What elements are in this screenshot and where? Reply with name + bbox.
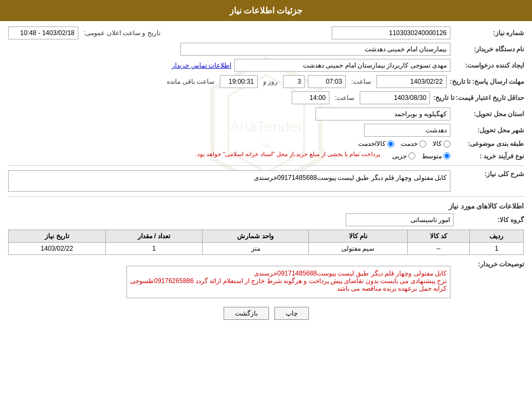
divider-1 [8, 165, 524, 166]
group-row: گروه کالا: امور تاسیساتی [8, 213, 524, 226]
radio-kala-khadamat[interactable] [387, 140, 394, 147]
products-section: اطلاعات کالاهای مورد نیاز گروه کالا: امو… [8, 202, 524, 255]
shomare-value: 1103030240000126 [332, 26, 450, 39]
row-sharh: شرح کلی نیاز: کابل مفتولی وچهار قلم دیگر… [8, 170, 524, 192]
row-mohlat: مهلت ارسال پاسخ: تا تاریخ: 1403/02/22 سا… [8, 75, 524, 88]
radio-khadamat[interactable] [419, 140, 426, 147]
products-title: اطلاعات کالاهای مورد نیاز [8, 202, 524, 210]
cell-kod: -- [407, 243, 469, 255]
cell-tarikh: 1403/02/22 [9, 243, 106, 255]
mohlat-label: مهلت ارسال پاسخ: تا تاریخ: [450, 78, 524, 85]
radio-kala-item[interactable]: کالا [433, 140, 450, 147]
mohlat-mande: 19:00:31 [220, 75, 258, 88]
mohlat-roz: 3 [283, 75, 305, 88]
radio-jozyi[interactable] [408, 152, 415, 159]
row-ijad: ایجاد کننده درخواست: مهدی تسوجی کاربرداز… [8, 59, 524, 72]
mohlat-saat-label: ساعت: [351, 78, 371, 85]
radio-kala-khadamat-label: کالا/خدمت [358, 140, 386, 147]
hedaqal-date: 1403/08/30 [360, 91, 430, 104]
radio-kala[interactable] [443, 140, 450, 147]
hedaqal-saat: 14:00 [292, 91, 329, 104]
th-naam: نام کالا [308, 230, 407, 243]
print-button[interactable]: چاپ [274, 307, 309, 320]
namdastgah-label: نام دستگاه خریدار: [454, 45, 524, 53]
buttons-row: چاپ بازگشت [8, 307, 524, 320]
th-tarikh: تاریخ نیاز [9, 230, 106, 243]
cell-tedad: 1 [105, 243, 203, 255]
radio-motavasat-item[interactable]: متوسط [422, 152, 450, 160]
th-vahed: واحد شمارش [203, 230, 309, 243]
namdastgah-value: بیمارستان امام خمینی دهدشت [180, 43, 450, 56]
radio-kalakhadamat-item[interactable]: کالا/خدمت [358, 140, 394, 147]
table-row: 1--سیم مفتولیمتر11403/02/22 [9, 243, 524, 255]
divider-2 [8, 196, 524, 197]
page-header: جزئیات اطلاعات نیاز [0, 0, 532, 21]
mohlat-roz-label: روز و [263, 78, 278, 85]
row-buyer-notes: توصیحات خریدار: کابل مفتولی وچهار قلم دی… [8, 260, 524, 298]
ostan-label: استان محل تحویل: [454, 110, 524, 118]
row-novfarayand: نوع فرآیند خرید : متوسط جزیی پرداخت تمام… [8, 151, 524, 161]
ijad-label: ایجاد کننده درخواست: [454, 62, 524, 69]
row-hedaqal: حداقل تاریخ اعتبار قیمت: تا تاریخ: 1403/… [8, 91, 524, 104]
row-shahr: شهر محل تحویل: دهدشت [8, 124, 524, 137]
sharh-value: کابل مفتولی وچهار قلم دیگر طبق لیست پیوس… [8, 170, 450, 192]
novfarayand-note: پرداخت تمام یا بخشی از مبلغ خرید،از محل … [195, 151, 380, 158]
ostan-value: کهگیلویه و بویراحمد [315, 108, 450, 120]
ijad-value: مهدی تسوجی کاربرداز بیمارستان امام خمینی… [234, 59, 450, 72]
buyer-notes-value: کابل مفتولی وچهار قلم دیگر طبق لیست پیوس… [126, 266, 450, 298]
radio-khadamat-item[interactable]: خدمت [401, 140, 426, 147]
products-table: ردیف کد کالا نام کالا واحد شمارش تعداد /… [8, 230, 524, 255]
th-radif: ردیف [469, 230, 523, 243]
row-namdastgah: نام دستگاه خریدار: بیمارستان امام خمینی … [8, 43, 524, 56]
table-header-row-2: ردیف کد کالا نام کالا واحد شمارش تعداد /… [9, 230, 524, 243]
th-kod: کد کالا [407, 230, 469, 243]
radio-motavasat[interactable] [443, 152, 450, 159]
ijad-link[interactable]: اطلاعات تماس خریدار [172, 62, 231, 69]
novfarayand-radios: متوسط جزیی [392, 152, 450, 160]
tarikh-label: تاریخ و ساعت اعلان عمومی: [84, 29, 160, 37]
radio-kala-label: کالا [433, 140, 442, 147]
mohlat-date: 1403/02/22 [376, 75, 447, 88]
radio-jozyi-label: جزیی [392, 152, 407, 160]
row-tabaghebandi: طبقه بندی موضوعی: کالا خدمت کالا/خدمت [8, 140, 524, 147]
th-tedad: تعداد / مقدار [105, 230, 203, 243]
cell-vahed: متر [203, 243, 309, 255]
shomare-label: شماره نیاز: [454, 29, 524, 37]
tarikh-value: 1403/02/18 - 10:48 [8, 26, 78, 39]
tabaghebandi-label: طبقه بندی موضوعی: [454, 140, 524, 147]
hedaqal-saat-label: ساعت: [335, 94, 354, 102]
group-label: گروه کالا: [454, 216, 524, 224]
page-title: جزئیات اطلاعات نیاز [230, 6, 303, 15]
cell-radif: 1 [469, 243, 523, 255]
radio-khadamat-label: خدمت [401, 140, 417, 147]
radio-motavasat-label: متوسط [422, 152, 442, 160]
mohlat-mande-label: ساعت باقی مانده [167, 78, 214, 85]
radio-jozyi-item[interactable]: جزیی [392, 152, 415, 160]
tabaghebandi-radios: کالا خدمت کالا/خدمت [358, 140, 450, 147]
buyer-notes-text: کابل مفتولی وچهار قلم دیگر طبق لیست پیوس… [130, 270, 447, 292]
shahr-label: شهر محل تحویل: [454, 126, 524, 134]
back-button[interactable]: بازگشت [224, 307, 269, 320]
mohlat-saat: 07:03 [308, 75, 346, 88]
group-value: امور تاسیساتی [346, 213, 454, 226]
cell-naam: سیم مفتولی [308, 243, 407, 255]
shahr-value: دهدشت [364, 124, 450, 137]
row-shomare-tarikh: شماره نیاز: 1103030240000126 تاریخ و ساع… [8, 26, 524, 39]
buyer-notes-label: توصیحات خریدار: [454, 260, 524, 268]
hedaqal-label: حداقل تاریخ اعتبار قیمت: تا تاریخ: [433, 94, 524, 102]
novfarayand-label: نوع فرآیند خرید : [454, 152, 524, 160]
sharh-label: شرح کلی نیاز: [454, 170, 524, 178]
row-ostan: استان محل تحویل: کهگیلویه و بویراحمد [8, 108, 524, 120]
